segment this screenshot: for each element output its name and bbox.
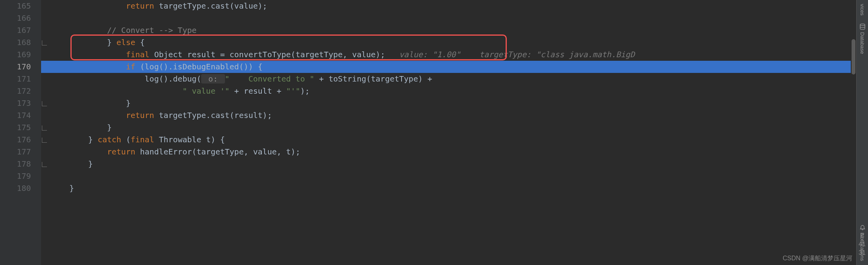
code-line[interactable]: final Object result = convertToType(targ… [41, 49, 868, 61]
code-editor[interactable]: 165 166 167 168 169 170 171 172 173 174 … [0, 0, 868, 265]
code-line[interactable]: } [41, 182, 868, 194]
line-number: 166 [0, 12, 31, 24]
code-line[interactable]: } catch (final Throwable t) { [41, 134, 868, 146]
code-line[interactable]: } [41, 97, 868, 109]
code-line-current[interactable]: if (log().isDebugEnabled()) { [41, 61, 868, 73]
inline-hint: value: "1.00" [385, 50, 461, 59]
code-line[interactable]: } [41, 158, 868, 170]
code-line[interactable]: } [41, 122, 868, 134]
code-area[interactable]: return targetType.cast(value); // Conver… [41, 0, 868, 265]
database-tool-button[interactable]: Database [859, 20, 866, 58]
line-number: 178 [0, 158, 31, 170]
line-number: 171 [0, 73, 31, 85]
code-line[interactable]: return targetType.cast(result); [41, 109, 868, 122]
line-number: 168 [0, 36, 31, 49]
line-number: 175 [0, 122, 31, 134]
code-line[interactable]: return handleError(targetType, value, t)… [41, 146, 868, 158]
services-tool-button[interactable]: vices [859, 0, 865, 20]
line-number: 173 [0, 97, 31, 109]
code-line[interactable]: // Convert --> Type [41, 24, 868, 36]
line-number-gutter: 165 166 167 168 169 170 171 172 173 174 … [0, 0, 41, 265]
inline-hint: targetType: "class java.math.BigD [461, 50, 635, 59]
code-line[interactable]: log().debug( o: " Converted to " + toStr… [41, 73, 868, 85]
scrollbar-thumb[interactable] [852, 39, 855, 74]
code-line[interactable]: " value '" + result + "'"); [41, 85, 868, 97]
line-number: 174 [0, 109, 31, 122]
code-line[interactable] [41, 12, 868, 24]
line-number: 179 [0, 170, 31, 182]
services-label: vices [859, 4, 865, 16]
bell-icon [859, 225, 866, 231]
line-number: 180 [0, 182, 31, 194]
database-icon [859, 24, 866, 30]
watermark-text: CSDN @满船清梦压星河 [783, 254, 852, 263]
code-line[interactable] [41, 170, 868, 182]
database-label: Database [859, 32, 865, 54]
code-line[interactable]: } else { [41, 36, 868, 49]
line-number: 176 [0, 134, 31, 146]
line-number: 169 [0, 49, 31, 61]
code-line[interactable]: return targetType.cast(value); [41, 0, 868, 12]
line-number: 167 [0, 24, 31, 36]
line-number: 172 [0, 85, 31, 97]
svg-point-0 [860, 24, 865, 25]
vertical-scrollbar[interactable] [851, 0, 856, 265]
right-tool-strip: vices Database Notifications E 41 31 [856, 0, 868, 265]
line-number-current: 170 [0, 61, 31, 73]
line-number: 165 [0, 0, 31, 12]
param-hint: o: [201, 74, 225, 83]
line-number: 177 [0, 146, 31, 158]
side-status-numbers: E 41 31 [856, 231, 868, 257]
